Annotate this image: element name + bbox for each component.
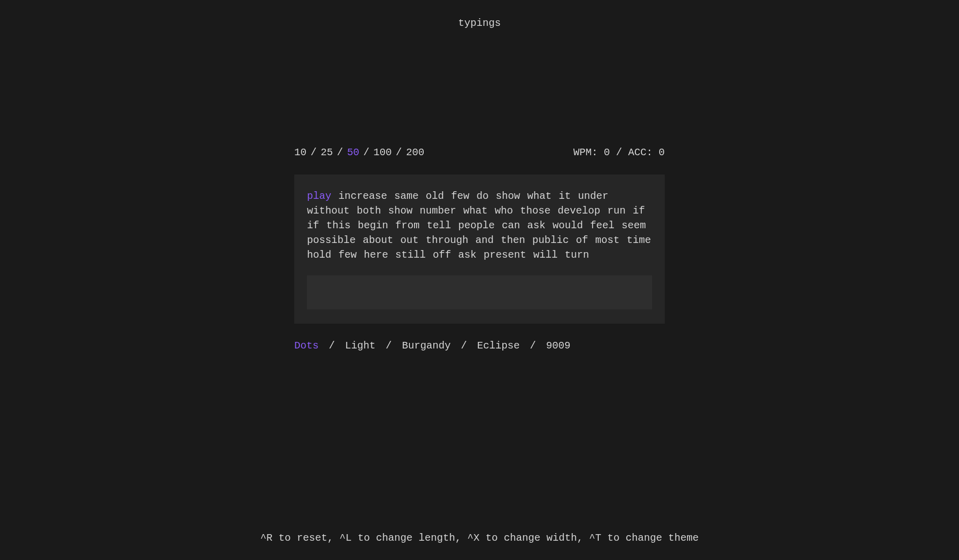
length-option-100[interactable]: 100 [373, 147, 392, 158]
theme-option-eclipse[interactable]: Eclipse [477, 340, 520, 352]
app-title: typings [458, 0, 501, 29]
main-container: 10 / 25 / 50 / 100 / 200 WPM: 0 / ACC: 0… [294, 147, 665, 352]
footer-hints: ^R to reset, ^L to change length, ^X to … [0, 532, 959, 544]
length-option-50[interactable]: 50 [347, 147, 359, 158]
remaining-text: increase same old few do show what it un… [307, 190, 651, 261]
separator: / [363, 147, 369, 158]
wpm-label: WPM: [573, 147, 604, 158]
text-panel: play increase same old few do show what … [294, 174, 665, 324]
separator [622, 147, 628, 158]
separator: / [396, 147, 402, 158]
theme-option-light[interactable]: Light [345, 340, 375, 352]
acc-value: 0 [659, 147, 665, 158]
length-option-200[interactable]: 200 [406, 147, 424, 158]
separator: / [616, 147, 622, 158]
current-word: play [307, 190, 331, 202]
length-options: 10 / 25 / 50 / 100 / 200 [294, 147, 424, 158]
typing-input[interactable] [307, 275, 652, 309]
separator: / [530, 340, 536, 352]
separator: / [337, 147, 343, 158]
stats-display: WPM: 0 / ACC: 0 [573, 147, 665, 158]
length-option-25[interactable]: 25 [321, 147, 333, 158]
separator: / [311, 147, 317, 158]
theme-option-burgandy[interactable]: Burgandy [402, 340, 451, 352]
separator: / [386, 340, 392, 352]
theme-option-9009[interactable]: 9009 [546, 340, 570, 352]
top-bar: 10 / 25 / 50 / 100 / 200 WPM: 0 / ACC: 0 [294, 147, 665, 158]
acc-label: ACC: [628, 147, 659, 158]
theme-option-dots[interactable]: Dots [294, 340, 319, 352]
text-display: play increase same old few do show what … [307, 189, 652, 262]
theme-options: Dots / Light / Burgandy / Eclipse / 9009 [294, 340, 665, 352]
separator: / [329, 340, 335, 352]
length-option-10[interactable]: 10 [294, 147, 306, 158]
separator: / [461, 340, 467, 352]
wpm-value: 0 [604, 147, 610, 158]
